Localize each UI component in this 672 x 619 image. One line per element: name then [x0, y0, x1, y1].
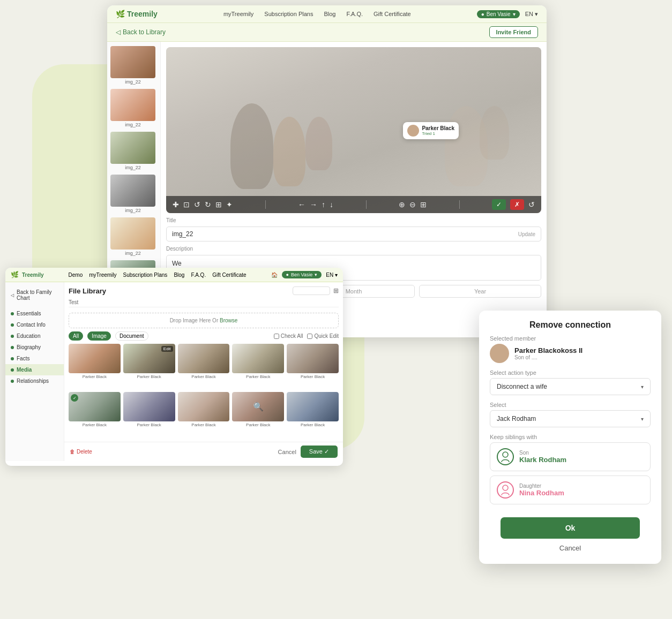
file-nav-demo[interactable]: Demo: [69, 272, 83, 278]
tool-crop[interactable]: ⊡: [183, 200, 190, 209]
dialog-cancel-button[interactable]: Cancel: [490, 539, 651, 557]
svg-point-1: [503, 485, 508, 490]
tool-rotate-left[interactable]: ↺: [194, 200, 200, 209]
file-tab[interactable]: Test: [69, 299, 78, 305]
son-icon: [501, 451, 510, 462]
file-title-actions: ⊞: [293, 286, 339, 295]
tool-reset[interactable]: ↺: [528, 200, 535, 209]
invite-friend-button[interactable]: Invite Friend: [489, 26, 538, 38]
thumb-4[interactable]: img_22: [110, 175, 155, 213]
sidebar-education[interactable]: Education: [5, 330, 64, 342]
tool-grid[interactable]: ⊞: [215, 200, 222, 209]
image-cell-5[interactable]: Parker Black: [287, 344, 339, 381]
sidebar-essentials[interactable]: Essentials: [5, 308, 64, 319]
image-cell-9[interactable]: 🔍 Parker Black: [232, 392, 284, 429]
check-all-label[interactable]: Check All: [274, 333, 303, 339]
file-footer: 🗑 Delete Cancel Save ✓: [64, 442, 343, 461]
tool-zoom-in[interactable]: ⊕: [399, 200, 405, 209]
filter-all[interactable]: All: [69, 331, 83, 341]
quick-edit-checkbox[interactable]: [307, 334, 312, 339]
quick-edit-label[interactable]: Quick Edit: [307, 333, 339, 339]
sidebar-relationships[interactable]: Relationships: [5, 375, 64, 387]
thumb-img-2: [110, 89, 155, 121]
image-cell-4[interactable]: Parker Black: [232, 344, 284, 381]
back-chart-icon: ◁: [11, 293, 14, 298]
tool-rotate-right[interactable]: ↻: [205, 200, 211, 209]
ok-button[interactable]: Ok: [501, 517, 640, 539]
image-cell-7[interactable]: Parker Black: [123, 392, 175, 429]
sibling-1-name: Klark Rodham: [519, 456, 566, 464]
thumb-2[interactable]: img_22: [110, 89, 155, 127]
reject-button[interactable]: ✗: [510, 199, 524, 210]
image-cell-10[interactable]: Parker Black: [287, 392, 339, 429]
delete-label: Delete: [77, 449, 92, 455]
image-cell-1[interactable]: Parker Black: [69, 344, 121, 381]
nav-center: myTreemily Subscription Plans Blog F.A.Q…: [223, 11, 411, 17]
sidebar-facts[interactable]: Facts: [5, 353, 64, 364]
toolbar-zoom-group: ⊕ ⊖ ⊞: [399, 200, 427, 209]
file-nav-gift[interactable]: Gift Certificate: [212, 272, 246, 278]
upload-zone[interactable]: Drop Image Here Or Browse: [69, 313, 339, 328]
file-search-input[interactable]: [293, 286, 330, 295]
tag-info: Parker Black Tried 1: [422, 125, 454, 136]
essentials-label: Essentials: [17, 311, 41, 316]
file-lang[interactable]: EN ▾: [326, 272, 338, 278]
image-3: [178, 344, 230, 373]
thumb-1[interactable]: img_22: [110, 46, 155, 85]
check-all-checkbox[interactable]: [274, 334, 279, 339]
select-dropdown[interactable]: Jack Rodham ▾: [490, 410, 651, 427]
lang-selector[interactable]: EN ▾: [525, 11, 538, 18]
back-to-library[interactable]: ◁ Back to Library: [116, 28, 166, 36]
home-icon[interactable]: 🏠: [271, 272, 278, 278]
filter-image[interactable]: Image: [87, 331, 111, 341]
thumb-img-4: [110, 175, 155, 207]
file-nav-blog[interactable]: Blog: [174, 272, 184, 278]
thumb-5[interactable]: img_22: [110, 217, 155, 256]
action-dropdown[interactable]: Disconnect a wife ▾: [490, 378, 651, 395]
browse-link[interactable]: Browse: [220, 318, 237, 323]
logo: 🌿 Treemily: [116, 10, 158, 18]
filter-document[interactable]: Document: [115, 331, 148, 341]
nav-subscription[interactable]: Subscription Plans: [264, 11, 313, 17]
file-nav-my[interactable]: myTreemily: [89, 272, 116, 278]
cancel-button[interactable]: Cancel: [278, 446, 296, 458]
user-badge[interactable]: ● Ben Vasie ▾: [477, 10, 520, 18]
image-cell-6[interactable]: ✓ Parker Black: [69, 392, 121, 429]
file-user-badge[interactable]: ● Ben Vasie ▾: [282, 271, 322, 278]
tool-prev[interactable]: ←: [298, 200, 305, 209]
tool-star[interactable]: ✦: [226, 200, 233, 209]
delete-link[interactable]: 🗑 Delete: [70, 449, 92, 455]
sidebar-back-chart[interactable]: ◁ Back to Family Chart: [5, 286, 64, 304]
image-cell-2[interactable]: Edit Parker Black: [123, 344, 175, 381]
sidebar-contact[interactable]: Contact Info: [5, 319, 64, 330]
file-library-title: File Library: [69, 287, 106, 295]
sidebar-biography[interactable]: Biography: [5, 342, 64, 353]
confirm-button[interactable]: ✓: [492, 199, 506, 210]
file-nav-faq[interactable]: F.A.Q.: [191, 272, 206, 278]
image-5: [287, 344, 339, 373]
year-field[interactable]: Year: [419, 285, 541, 298]
image-cell-8[interactable]: Parker Black: [178, 392, 230, 429]
tool-next[interactable]: →: [310, 200, 317, 209]
title-input[interactable]: img_22 Update: [166, 227, 541, 241]
sidebar-media[interactable]: Media: [5, 364, 64, 375]
save-button[interactable]: Save ✓: [301, 446, 338, 458]
image-cell-3[interactable]: Parker Black: [178, 344, 230, 381]
image-8: [178, 392, 230, 421]
tool-add[interactable]: ✚: [173, 200, 179, 209]
file-nav-sub[interactable]: Subscription Plans: [123, 272, 168, 278]
tool-fit[interactable]: ⊞: [420, 200, 427, 209]
file-lang-label: EN: [326, 272, 333, 278]
tool-up[interactable]: ↑: [322, 200, 325, 209]
file-grid-icon[interactable]: ⊞: [333, 287, 339, 295]
nav-blog[interactable]: Blog: [324, 11, 335, 17]
nav-faq[interactable]: F.A.Q.: [346, 11, 363, 17]
nav-gift[interactable]: Gift Certificate: [374, 11, 411, 17]
thumb-3[interactable]: img_22: [110, 132, 155, 170]
tool-zoom-out[interactable]: ⊖: [409, 200, 416, 209]
description-label: Description: [166, 246, 541, 252]
person-tag[interactable]: Parker Black Tried 1: [403, 122, 459, 139]
nav-mytreemily[interactable]: myTreemily: [223, 11, 253, 17]
select-section: Select Jack Rodham ▾: [490, 402, 651, 427]
tool-down[interactable]: ↓: [330, 200, 333, 209]
